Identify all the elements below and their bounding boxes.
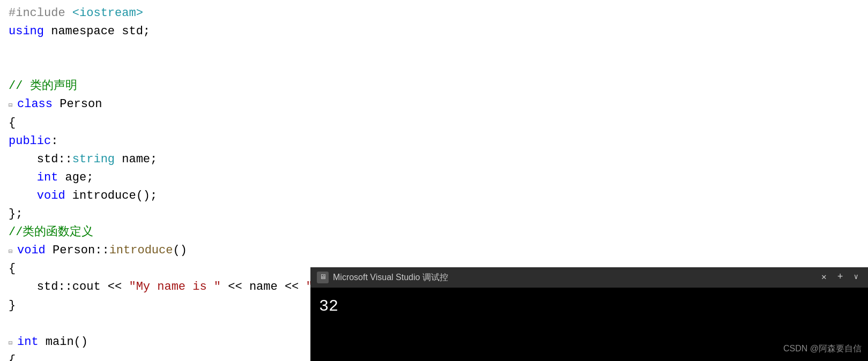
code-token: public (9, 132, 51, 151)
code-token: introduce(); (65, 187, 158, 205)
watermark: CSDN @阿森要自信 (783, 342, 862, 356)
code-line: #include <iostream> (0, 4, 868, 22)
code-token: << name << (221, 278, 306, 296)
code-token: #include (9, 4, 72, 22)
code-token: { (9, 351, 16, 361)
collapse-icon[interactable]: ⊟ (9, 247, 16, 257)
code-line: std::string name; (0, 151, 868, 169)
code-token: } (9, 297, 16, 315)
code-token: main() (39, 333, 88, 351)
code-line: ⊟void Person::introduce() (0, 242, 868, 260)
terminal-close-button[interactable]: ✕ (818, 270, 830, 285)
code-line: { (0, 114, 868, 132)
code-token: void (17, 242, 46, 260)
code-line (0, 41, 868, 59)
code-line: ⊟class Person (0, 95, 868, 114)
code-token: int (37, 169, 58, 187)
terminal-new-tab-button[interactable]: + (834, 269, 847, 286)
code-token (9, 169, 37, 187)
code-token: () (173, 242, 187, 260)
code-token: }; (9, 205, 23, 223)
code-token: Person:: (46, 242, 109, 260)
code-line: //类的函数定义 (0, 223, 868, 242)
code-line: // 类的声明 (0, 77, 868, 95)
code-token: Person (53, 95, 102, 114)
code-line: int age; (0, 169, 868, 187)
code-token: std::cout << (9, 278, 129, 296)
code-line (0, 59, 868, 77)
code-token: string (72, 151, 115, 169)
terminal-dropdown-button[interactable]: ∨ (851, 270, 862, 284)
code-token: { (9, 114, 16, 132)
collapse-icon[interactable]: ⊟ (9, 339, 16, 349)
code-editor: #include <iostream>using namespace std; … (0, 0, 868, 361)
terminal-icon: 🖥 (317, 272, 329, 283)
collapse-icon[interactable]: ⊟ (9, 101, 16, 111)
terminal-output: 32 (319, 294, 859, 319)
code-token: : (51, 132, 58, 151)
code-token: age; (58, 169, 93, 187)
code-line: public: (0, 132, 868, 151)
code-token: <iostream> (72, 4, 143, 22)
code-token: { (9, 260, 16, 278)
code-token: name; (115, 151, 157, 169)
code-token (9, 187, 37, 205)
code-token: //类的函数定义 (9, 223, 93, 242)
code-line: }; (0, 205, 868, 223)
code-token: void (37, 187, 65, 205)
code-token: using (9, 22, 44, 41)
code-token: class (17, 95, 53, 114)
code-line: void introduce(); (0, 187, 868, 205)
terminal-titlebar: 🖥 Microsoft Visual Studio 调试控 ✕ + ∨ (310, 267, 868, 288)
code-token: std:: (9, 151, 72, 169)
code-token: int (17, 333, 39, 351)
terminal-title: Microsoft Visual Studio 调试控 (333, 271, 814, 284)
code-token: // 类的声明 (9, 77, 77, 95)
code-token: namespace std; (44, 22, 150, 41)
code-token: introduce (109, 242, 173, 260)
code-line: using namespace std; (0, 22, 868, 41)
code-token: "My name is " (129, 278, 221, 296)
